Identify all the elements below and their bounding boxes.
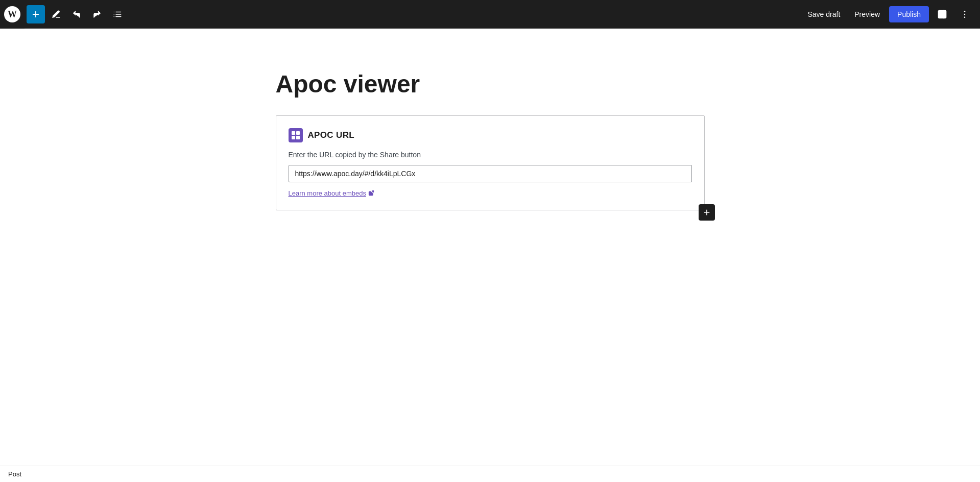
apoc-block-title: APOC URL [308, 130, 355, 140]
toolbar-left: W [0, 0, 127, 29]
apoc-icon-dot-1: A [292, 131, 295, 135]
settings-panel-button[interactable] [933, 5, 951, 23]
status-bar: Post [0, 466, 980, 482]
apoc-icon-dot-3: O [292, 136, 295, 139]
editor-area: Apoc viewer A P O C APOC URL Enter the U… [0, 29, 980, 466]
learn-more-embeds-link[interactable]: Learn more about embeds [289, 189, 374, 197]
svg-point-12 [964, 16, 966, 18]
svg-point-11 [964, 13, 966, 15]
apoc-block[interactable]: A P O C APOC URL Enter the URL copied by… [276, 115, 705, 210]
wp-logo-w-icon: W [8, 10, 17, 19]
sidebar-icon [937, 9, 947, 19]
undo-button[interactable] [67, 5, 86, 23]
status-text: Post [8, 470, 21, 478]
ellipsis-icon [960, 9, 970, 19]
apoc-icon-dot-2: P [296, 131, 300, 135]
apoc-icon: A P O C [289, 128, 303, 142]
external-link-icon [368, 190, 374, 196]
tools-icon [52, 10, 61, 19]
post-title[interactable]: Apoc viewer [276, 69, 705, 99]
svg-rect-8 [939, 10, 946, 18]
save-draft-button[interactable]: Save draft [802, 7, 845, 21]
toolbar: W [0, 0, 980, 29]
wp-logo[interactable]: W [0, 0, 25, 29]
more-options-button[interactable] [955, 5, 974, 23]
preview-button[interactable]: Preview [849, 7, 885, 21]
apoc-url-input[interactable] [289, 165, 692, 182]
apoc-description: Enter the URL copied by the Share button [289, 151, 692, 159]
document-overview-button[interactable] [108, 5, 127, 23]
toolbar-right: Save draft Preview Publish [802, 5, 974, 23]
plus-icon [31, 10, 40, 19]
apoc-icon-inner: A P O C [292, 131, 300, 139]
svg-point-10 [964, 10, 966, 12]
publish-button[interactable]: Publish [889, 6, 929, 22]
apoc-icon-dot-4: C [296, 136, 300, 139]
list-view-icon [113, 10, 122, 19]
apoc-block-header: A P O C APOC URL [289, 128, 692, 142]
wp-logo-circle: W [4, 6, 20, 22]
add-block-button[interactable] [27, 5, 45, 23]
tools-button[interactable] [47, 5, 65, 23]
learn-more-label: Learn more about embeds [289, 189, 366, 197]
block-wrapper: A P O C APOC URL Enter the URL copied by… [276, 115, 705, 210]
undo-icon [72, 10, 81, 19]
redo-icon [92, 10, 102, 19]
add-block-below-button[interactable] [699, 204, 715, 221]
add-block-plus-icon [703, 208, 711, 216]
redo-button[interactable] [88, 5, 106, 23]
